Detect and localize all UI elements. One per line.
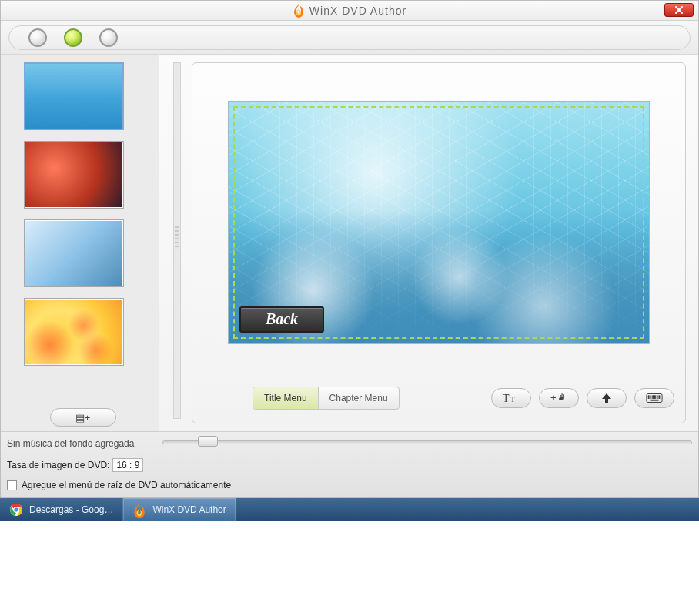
svg-rect-13 [654, 397, 656, 399]
tab-title-menu[interactable]: Title Menu [253, 387, 319, 409]
chrome-icon [9, 503, 23, 517]
step-light-3[interactable] [99, 28, 118, 47]
menu-back-button[interactable]: Back [239, 306, 324, 333]
step-light-2[interactable] [64, 28, 82, 47]
taskbar-item[interactable]: Descargas - Goog… [0, 498, 123, 521]
tab-chapter-menu-label: Chapter Menu [329, 393, 388, 403]
canvas-wrap: Back [202, 71, 676, 373]
step-light-1[interactable] [28, 28, 47, 47]
body: ▤+ Back [1, 55, 698, 431]
template-thumb[interactable] [24, 219, 124, 287]
svg-rect-11 [651, 397, 652, 399]
template-thumb[interactable] [24, 298, 124, 366]
tab-chapter-menu[interactable]: Chapter Menu [319, 387, 399, 409]
close-button[interactable] [664, 3, 694, 17]
template-thumb-list [10, 59, 156, 400]
image-rate-row: Tasa de imagen de DVD: 16 : 9 [7, 458, 692, 472]
svg-rect-8 [657, 395, 658, 397]
svg-rect-14 [657, 397, 658, 399]
svg-rect-4 [648, 395, 650, 397]
text-tool-button[interactable]: TT [491, 388, 531, 408]
svg-rect-5 [651, 395, 652, 397]
up-arrow-icon [598, 392, 615, 404]
svg-rect-15 [659, 397, 661, 399]
main-area: Back Title Menu Chapter Menu [159, 55, 698, 431]
add-template-glyph: ▤+ [75, 412, 91, 424]
taskbar-item-label: WinX DVD Author [152, 504, 226, 515]
svg-rect-9 [659, 395, 661, 397]
preview-card: Back Title Menu Chapter Menu [192, 62, 686, 424]
preview-drag-handle[interactable] [173, 62, 181, 419]
keyboard-icon [646, 392, 663, 404]
timeline-slider[interactable] [162, 437, 692, 447]
add-music-button[interactable]: + [539, 388, 579, 408]
fire-icon [132, 503, 146, 517]
title-wrap: WinX DVD Author [293, 4, 406, 18]
svg-rect-6 [652, 395, 654, 397]
tab-title-menu-label: Title Menu [264, 393, 307, 403]
menu-preview-canvas[interactable]: Back [228, 101, 650, 344]
svg-text:+: + [550, 392, 557, 403]
page-rest [0, 521, 699, 616]
window-title: WinX DVD Author [309, 5, 406, 17]
template-sidebar: ▤+ [1, 55, 159, 431]
template-thumb[interactable] [24, 141, 124, 209]
app-fire-icon [293, 4, 305, 18]
add-template-button[interactable]: ▤+ [50, 408, 116, 427]
menu-back-label: Back [266, 310, 298, 328]
preview-toolbar: Title Menu Chapter Menu TT + [202, 381, 676, 415]
svg-rect-12 [652, 397, 654, 399]
svg-rect-7 [654, 395, 656, 397]
svg-rect-10 [648, 397, 650, 399]
text-icon: TT [503, 392, 520, 404]
taskbar-item-label: Descargas - Goog… [29, 504, 113, 515]
svg-text:T: T [503, 393, 510, 404]
add-music-icon: + [550, 392, 567, 404]
auto-root-row: Agregue el menú de raíz de DVD automátic… [7, 480, 692, 490]
image-rate-value[interactable]: 16 : 9 [112, 458, 143, 472]
svg-rect-16 [651, 400, 659, 401]
template-thumb[interactable] [24, 62, 124, 130]
auto-root-checkbox[interactable] [7, 480, 17, 490]
bottom-panel: Sin música del fondo agregada Tasa de im… [1, 431, 698, 497]
menu-tabset: Title Menu Chapter Menu [253, 387, 400, 410]
svg-text:T: T [510, 395, 515, 403]
image-rate-label: Tasa de imagen de DVD: [7, 460, 109, 470]
titlebar: WinX DVD Author [1, 1, 698, 21]
slider-track [162, 440, 692, 444]
close-icon [674, 5, 684, 15]
slider-handle[interactable] [198, 436, 218, 447]
auto-root-label: Agregue el menú de raíz de DVD automátic… [22, 480, 231, 490]
step-indicator-row [1, 21, 698, 55]
taskbar-item[interactable]: WinX DVD Author [123, 498, 236, 521]
up-button[interactable] [587, 388, 627, 408]
keyboard-button[interactable] [634, 388, 674, 408]
app-window: WinX DVD Author ▤+ [0, 0, 699, 498]
os-taskbar: Descargas - Goog… WinX DVD Author [0, 498, 699, 521]
